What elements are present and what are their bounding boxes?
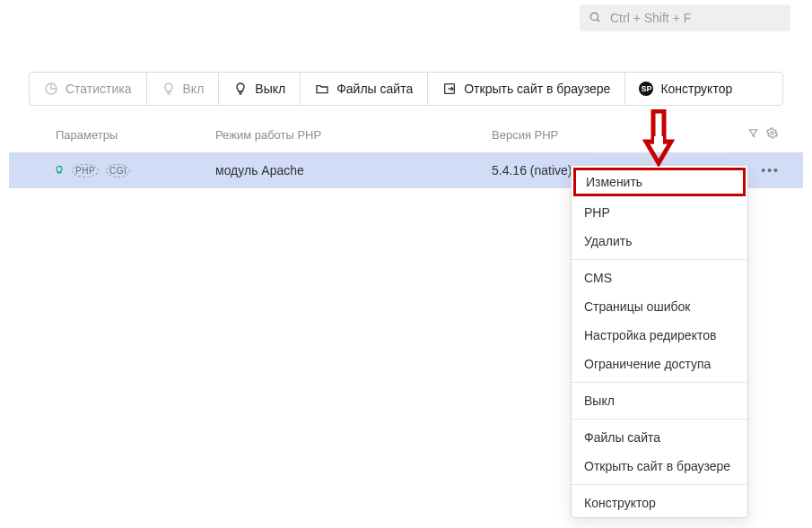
svg-point-0: [590, 13, 598, 20]
off-button[interactable]: Выкл: [219, 73, 301, 105]
menu-item-php[interactable]: PHP: [572, 198, 747, 227]
filter-icon[interactable]: [747, 127, 759, 142]
menu-item-redirects[interactable]: Настройка редиректов: [572, 321, 747, 350]
sp-badge-icon: SP: [639, 82, 653, 96]
stats-button[interactable]: Статистика: [30, 73, 147, 105]
menu-separator: [572, 484, 747, 485]
bulb-on-icon: [162, 82, 176, 96]
search-input[interactable]: [608, 10, 781, 26]
menu-item-cms[interactable]: CMS: [572, 264, 747, 292]
menu-item-access[interactable]: Ограничение доступа: [572, 350, 747, 378]
row-actions-button[interactable]: •••: [761, 152, 780, 188]
menu-item-builder[interactable]: Конструктор: [572, 489, 747, 517]
builder-label: Конструктор: [660, 82, 732, 96]
files-label: Файлы сайта: [336, 82, 413, 96]
col-header-ver: Версия PHP: [492, 128, 558, 142]
context-menu: Изменить PHP Удалить CMS Страницы ошибок…: [571, 165, 748, 518]
menu-separator: [572, 419, 747, 420]
menu-item-files[interactable]: Файлы сайта: [572, 423, 747, 452]
params-cell: PHP CGI: [54, 164, 206, 177]
svg-point-4: [771, 132, 773, 134]
menu-item-open[interactable]: Открыть сайт в браузере: [572, 452, 747, 480]
bulb-off-icon: [233, 82, 248, 96]
menu-item-delete[interactable]: Удалить: [572, 227, 747, 255]
menu-separator: [572, 382, 747, 383]
on-button[interactable]: Вкл: [147, 73, 220, 105]
menu-item-edit[interactable]: Изменить: [573, 168, 746, 196]
on-label: Вкл: [183, 82, 205, 96]
stats-label: Статистика: [65, 82, 132, 96]
toolbar: Статистика Вкл Выкл Файлы сайта: [29, 72, 783, 106]
svg-line-1: [598, 19, 600, 22]
search-input-wrap[interactable]: [580, 4, 790, 31]
piechart-icon: [44, 82, 58, 96]
col-header-params: Параметры: [56, 128, 208, 142]
cgi-chip: CGI: [106, 164, 130, 177]
menu-item-off[interactable]: Выкл: [572, 386, 747, 415]
off-label: Выкл: [255, 82, 285, 96]
menu-separator: [572, 259, 747, 260]
open-label: Открыть сайт в браузере: [464, 82, 610, 96]
folder-icon: [315, 82, 329, 96]
search-icon: [589, 11, 601, 26]
files-button[interactable]: Файлы сайта: [301, 73, 428, 105]
php-chip: PHP: [72, 164, 99, 177]
menu-item-error-pages[interactable]: Страницы ошибок: [572, 292, 747, 321]
col-header-mode: Режим работы PHP: [215, 128, 485, 142]
open-button[interactable]: Открыть сайт в браузере: [428, 73, 625, 105]
builder-button[interactable]: SP Конструктор: [624, 73, 747, 105]
table-header: Параметры Режим работы PHP Версия PHP: [0, 120, 812, 149]
bulb-status-icon: [54, 165, 65, 176]
mode-cell: модуль Apache: [215, 163, 485, 177]
gear-icon[interactable]: [766, 127, 778, 142]
ver-cell: 5.4.16 (native): [492, 163, 572, 177]
open-external-icon: [442, 82, 457, 96]
